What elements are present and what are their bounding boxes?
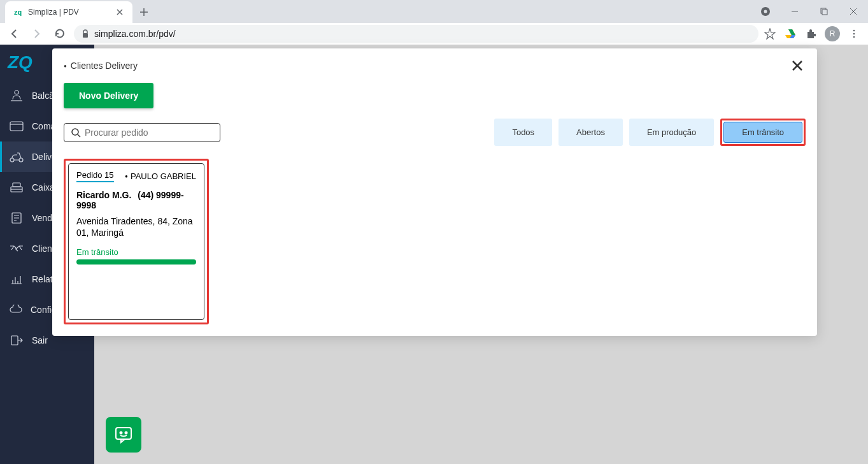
delivery-modal: Clientes Delivery Novo Delivery Todos Ab… <box>52 48 817 336</box>
receipt-icon <box>9 212 24 224</box>
svg-rect-3 <box>822 10 827 15</box>
svg-point-19 <box>72 129 78 135</box>
highlight-marker: Pedido 15 PAULO GABRIEL Ricardo M.G. (44… <box>64 159 209 324</box>
svg-point-6 <box>853 33 855 35</box>
customer-address: Avenida Tiradentes, 84, Zona 01, Maringá <box>76 215 196 238</box>
tab-title: Simpliza | PDV <box>28 8 115 17</box>
sidebar-item-label: Caixa <box>32 182 55 192</box>
drive-icon[interactable] <box>784 27 797 40</box>
svg-point-7 <box>853 36 855 38</box>
window-close-button[interactable] <box>839 0 868 23</box>
favicon-icon: zq <box>13 7 23 17</box>
svg-point-1 <box>764 10 767 13</box>
progress-bar <box>76 259 196 265</box>
search-input-wrapper[interactable] <box>64 123 220 142</box>
counter-icon <box>9 89 24 102</box>
svg-point-17 <box>120 432 122 434</box>
order-card[interactable]: Pedido 15 PAULO GABRIEL Ricardo M.G. (44… <box>68 163 204 320</box>
svg-rect-9 <box>10 122 23 131</box>
filter-tab-abertos[interactable]: Abertos <box>559 119 623 146</box>
svg-rect-16 <box>116 428 131 439</box>
filter-tab-todos[interactable]: Todos <box>494 119 552 146</box>
filter-tab-transito[interactable]: Em trânsito <box>723 122 802 143</box>
svg-point-8 <box>15 91 18 94</box>
profile-avatar[interactable]: R <box>825 26 840 41</box>
handshake-icon <box>9 242 24 255</box>
chart-icon <box>9 273 24 286</box>
highlight-marker: Em trânsito <box>720 119 806 146</box>
order-number: Pedido 15 <box>76 170 114 182</box>
new-tab-button[interactable] <box>135 3 153 21</box>
address-bar[interactable]: simpliza.com.br/pdv/ <box>74 25 758 43</box>
browser-tab[interactable]: zq Simpliza | PDV <box>5 1 132 23</box>
svg-point-18 <box>125 432 127 434</box>
svg-rect-13 <box>13 183 20 187</box>
search-icon <box>71 127 81 138</box>
window-minimize-button[interactable] <box>780 0 809 23</box>
search-input[interactable] <box>85 127 213 138</box>
url-text: simpliza.com.br/pdv/ <box>94 29 176 39</box>
menu-icon[interactable] <box>848 27 860 40</box>
customer-name: Ricardo M.G. <box>76 190 131 200</box>
exit-icon <box>9 334 24 347</box>
svg-point-11 <box>19 158 23 162</box>
new-delivery-button[interactable]: Novo Delivery <box>64 83 153 108</box>
svg-rect-15 <box>11 336 18 345</box>
extensions-icon[interactable] <box>804 27 817 40</box>
sidebar-item-label: Sair <box>32 335 48 345</box>
svg-point-10 <box>10 158 14 162</box>
back-button[interactable] <box>5 25 23 43</box>
star-icon[interactable] <box>764 27 776 40</box>
filter-tab-producao[interactable]: Em produção <box>629 119 714 146</box>
cloud-icon <box>9 303 23 316</box>
register-icon <box>9 181 24 194</box>
card-icon <box>9 120 24 133</box>
profile-indicator-icon[interactable] <box>751 0 780 23</box>
modal-close-button[interactable] <box>789 57 806 74</box>
chat-widget-button[interactable] <box>106 417 141 453</box>
forward-button[interactable] <box>28 25 46 43</box>
lock-icon <box>82 29 89 38</box>
tab-close-icon[interactable] <box>115 7 125 17</box>
window-maximize-button[interactable] <box>809 0 839 23</box>
scooter-icon <box>9 150 24 163</box>
modal-title: Clientes Delivery <box>64 61 138 71</box>
svg-point-5 <box>853 30 855 32</box>
reload-button[interactable] <box>51 25 69 43</box>
order-status: Em trânsito <box>76 247 196 257</box>
svg-rect-4 <box>83 33 88 38</box>
order-user: PAULO GABRIEL <box>125 171 196 181</box>
